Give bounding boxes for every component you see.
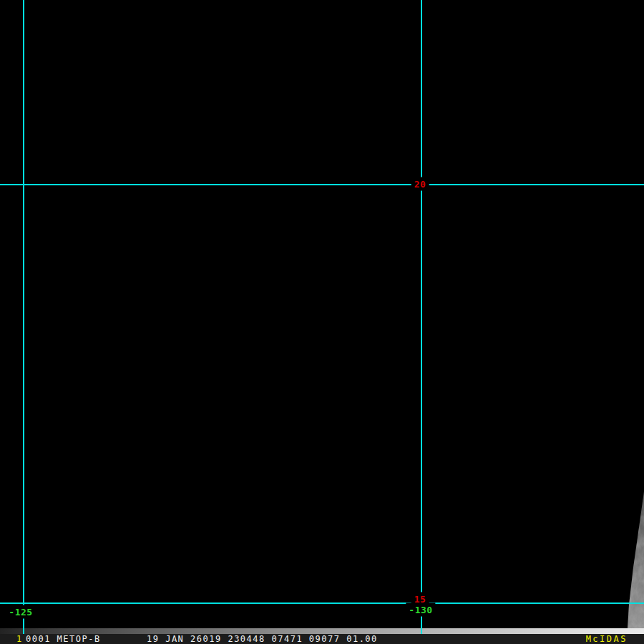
- satellite-swath-edge: [0, 0, 644, 644]
- frame-number: 1: [16, 634, 23, 644]
- latitude-label-0: 20: [411, 177, 429, 191]
- satellite-image-viewport[interactable]: 2015-125-130 1 0001 METOP-B 19 JAN 26019…: [0, 0, 644, 644]
- status-bar: 1 0001 METOP-B 19 JAN 26019 230448 07471…: [0, 634, 644, 644]
- longitude-label-1: -130: [406, 603, 435, 617]
- image-datetime-info: 19 JAN 26019 230448 07471 09077 01.00: [147, 634, 378, 644]
- graticule-vertical-line-1: [421, 0, 422, 634]
- mcidas-brand-label: McIDAS: [586, 634, 628, 644]
- graticule-horizontal-line-0: [0, 184, 644, 185]
- image-scanline-band: [0, 628, 644, 634]
- graticule-vertical-line-0: [23, 0, 24, 634]
- longitude-label-0: -125: [6, 605, 35, 619]
- graticule-horizontal-line-1: [0, 602, 644, 604]
- frame-id-satellite-label: 0001 METOP-B: [26, 634, 101, 644]
